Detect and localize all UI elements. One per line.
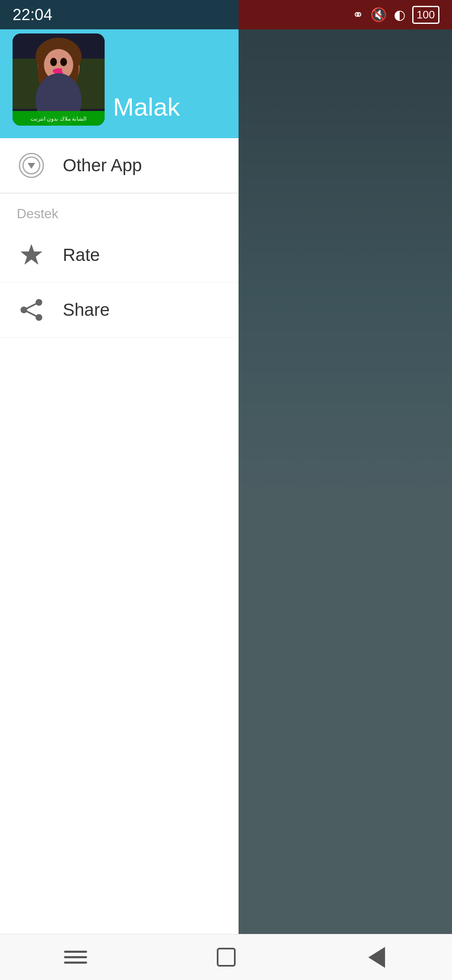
back-nav-button[interactable] xyxy=(360,941,393,974)
menu-nav-button[interactable] xyxy=(59,941,92,974)
bluetooth-icon: ⚭ xyxy=(352,7,364,23)
svg-line-21 xyxy=(24,310,39,317)
rate-menu-item[interactable]: Rate xyxy=(0,228,239,283)
rate-label: Rate xyxy=(63,245,100,265)
share-svg xyxy=(19,297,44,322)
share-label: Share xyxy=(63,300,110,320)
hamburger-icon xyxy=(64,951,87,964)
svg-point-7 xyxy=(50,58,57,66)
svg-marker-15 xyxy=(28,163,35,169)
navigation-drawer: الشابة ملاك بدون انترنت Malak Other App … xyxy=(0,0,239,980)
app-title: Malak xyxy=(113,93,180,126)
app-icon-svg: الشابة ملاك بدون انترنت xyxy=(13,34,105,126)
svg-text:الشابة ملاك بدون انترنت: الشابة ملاك بدون انترنت xyxy=(31,116,87,122)
svg-marker-16 xyxy=(21,245,42,264)
overlay-dim[interactable] xyxy=(239,0,452,980)
svg-line-20 xyxy=(24,302,39,310)
battery-icon: 100 xyxy=(412,6,439,24)
home-nav-button[interactable] xyxy=(209,941,243,974)
share-menu-item[interactable]: Share xyxy=(0,283,239,338)
other-app-menu-item[interactable]: Other App xyxy=(0,138,239,193)
support-section-label: Destek xyxy=(0,193,239,228)
other-app-label: Other App xyxy=(63,155,142,175)
download-circle-icon xyxy=(17,151,46,180)
status-time: 22:04 xyxy=(13,6,52,24)
mute-icon: 🔇 xyxy=(370,7,387,23)
down-circle-svg xyxy=(22,156,41,175)
back-arrow-icon xyxy=(368,947,385,968)
star-icon xyxy=(17,240,46,270)
bottom-navigation xyxy=(0,934,452,980)
home-square-icon xyxy=(217,948,236,967)
drawer-body: Other App Destek Rate xyxy=(0,138,239,980)
app-icon-image: الشابة ملاك بدون انترنت xyxy=(13,34,105,126)
share-icon xyxy=(17,295,46,325)
app-icon: الشابة ملاك بدون انترنت xyxy=(13,34,105,126)
status-bar-right: ⚭ 🔇 ◐ 100 xyxy=(239,0,452,29)
svg-point-10 xyxy=(62,67,72,74)
svg-point-8 xyxy=(60,58,67,66)
star-svg xyxy=(19,242,44,268)
signal-icon: ◐ xyxy=(394,7,406,23)
